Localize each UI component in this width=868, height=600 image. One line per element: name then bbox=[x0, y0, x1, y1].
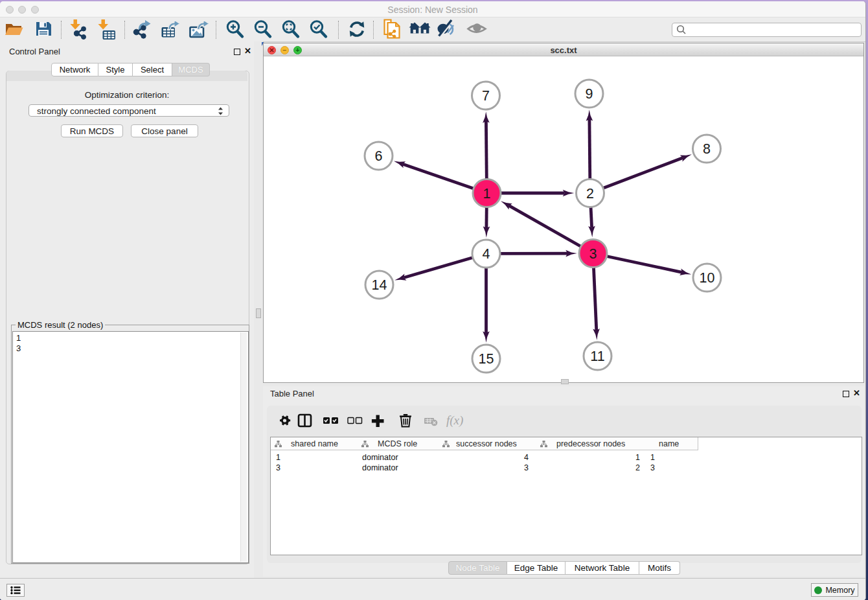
svg-text:11: 11 bbox=[590, 349, 604, 364]
svg-text:14: 14 bbox=[372, 277, 387, 293]
svg-text:10: 10 bbox=[700, 270, 715, 286]
svg-text:f(x): f(x) bbox=[446, 413, 463, 428]
svg-text:2: 2 bbox=[586, 186, 594, 202]
svg-text:6: 6 bbox=[375, 148, 383, 164]
svg-text:15: 15 bbox=[479, 351, 494, 367]
svg-text:8: 8 bbox=[703, 141, 711, 157]
svg-text:3: 3 bbox=[589, 246, 597, 262]
svg-text:7: 7 bbox=[482, 88, 490, 104]
svg-text:9: 9 bbox=[586, 86, 593, 102]
svg-text:1: 1 bbox=[483, 186, 491, 202]
svg-text:4: 4 bbox=[483, 246, 490, 262]
